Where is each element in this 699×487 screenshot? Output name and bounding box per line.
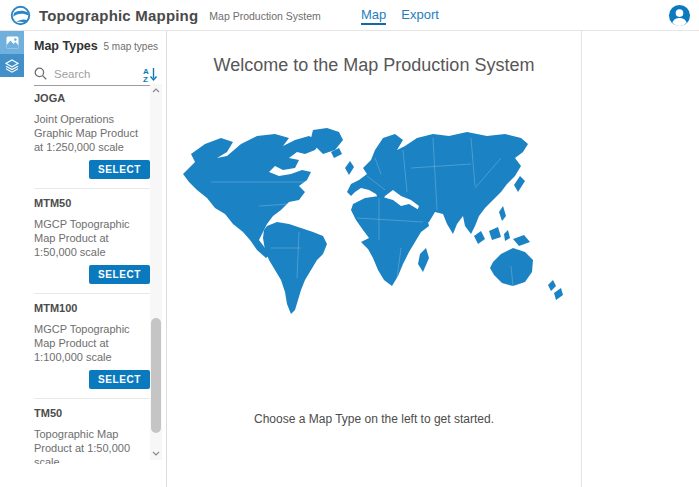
app-title: Topographic Mapping <box>39 7 198 24</box>
user-avatar-icon[interactable] <box>668 4 691 27</box>
search-input[interactable] <box>54 68 138 80</box>
map-type-item-mtm50: MTM50 MGCP Topographic Map Product at 1:… <box>34 189 150 294</box>
panel-title: Map Types <box>34 39 98 53</box>
map-type-description: MGCP Topographic Map Product at 1:50,000… <box>34 217 150 259</box>
content-area: Map Types 5 map types A Z JOGA Joint <box>0 31 699 487</box>
map-type-description: Topographic Map Product at 1:50,000 scal… <box>34 427 150 464</box>
map-type-item-tm50: TM50 Topographic Map Product at 1:50,000… <box>34 399 150 464</box>
sort-az-button[interactable]: A Z <box>142 66 158 82</box>
action-bar <box>0 31 24 77</box>
instruction-text: Choose a Map Type on the left to get sta… <box>167 412 581 426</box>
map-types-panel-toggle[interactable] <box>0 31 24 54</box>
map-type-label: JOGA <box>34 92 150 104</box>
world-map-graphic <box>171 128 578 315</box>
map-type-label: MTM50 <box>34 197 150 209</box>
header-tabs: Map Export <box>361 0 439 30</box>
map-type-description: MGCP Topographic Map Product at 1:100,00… <box>34 322 150 364</box>
map-panel-icon <box>6 36 19 49</box>
map-type-description: Joint Operations Graphic Map Product at … <box>34 112 150 154</box>
select-button[interactable]: SELECT <box>89 265 150 284</box>
globe-logo-icon <box>10 5 31 26</box>
map-type-label: MTM100 <box>34 302 150 314</box>
list-scrollbar[interactable] <box>150 84 162 460</box>
tab-export[interactable]: Export <box>401 2 439 28</box>
select-button[interactable]: SELECT <box>89 160 150 179</box>
select-button[interactable]: SELECT <box>89 370 150 389</box>
chevron-down-icon <box>152 451 160 456</box>
tab-map[interactable]: Map <box>361 2 386 28</box>
svg-text:Z: Z <box>143 74 148 82</box>
search-icon <box>34 67 47 80</box>
chevron-up-icon <box>152 88 160 93</box>
map-type-list: JOGA Joint Operations Graphic Map Produc… <box>34 84 150 464</box>
panel-header: Map Types 5 map types <box>34 39 158 53</box>
map-type-count: 5 map types <box>104 41 158 52</box>
sort-az-icon: A Z <box>142 66 158 82</box>
app-header: Topographic Mapping Map Production Syste… <box>0 0 699 31</box>
map-type-item-joga: JOGA Joint Operations Graphic Map Produc… <box>34 84 150 189</box>
layers-toggle[interactable] <box>0 54 24 77</box>
map-type-item-mtm100: MTM100 MGCP Topographic Map Product at 1… <box>34 294 150 399</box>
map-type-label: TM50 <box>34 407 150 419</box>
scrollbar-thumb[interactable] <box>151 318 161 433</box>
scroll-down-button[interactable] <box>150 447 162 460</box>
app-subtitle: Map Production System <box>209 10 320 22</box>
search-bar: A Z <box>34 62 160 86</box>
scroll-up-button[interactable] <box>150 84 162 97</box>
map-types-panel: Map Types 5 map types A Z JOGA Joint <box>24 31 167 487</box>
layers-icon <box>5 59 19 73</box>
main-content: Welcome to the Map Production System <box>167 31 582 487</box>
welcome-heading: Welcome to the Map Production System <box>167 55 581 76</box>
